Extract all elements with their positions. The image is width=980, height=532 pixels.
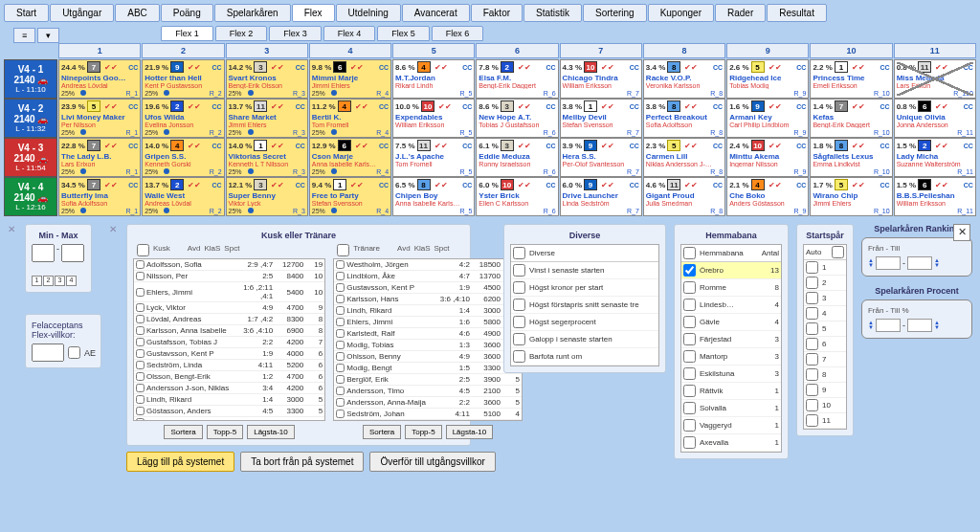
toolbar-btn-2[interactable]: ▾ [37,28,59,43]
hemma-option[interactable]: Örebro13 [681,262,781,279]
subnav-3[interactable]: Flex 4 [323,26,376,41]
horse-cell[interactable]: 0.8 %6✔✔CCUnique OliviaJonna AnderssonR_… [894,99,976,138]
nav-statistik[interactable]: Statistik [523,4,582,22]
horse-cell[interactable]: 9.4 %1✔✔CCFree to PartyStefan Svensson25… [309,177,391,216]
nav-utdelning[interactable]: Utdelning [336,4,401,22]
horse-cell[interactable]: 12.1 %3✔✔CCSuper BennyViktor Lyck25%R_3 [226,177,308,216]
horse-cell[interactable]: 1.6 %9✔✔CCArmani KeyCarl Philip Lindblom… [726,99,809,138]
min-input[interactable] [32,244,55,262]
toolbar-btn-1[interactable]: ≡ [13,28,35,43]
subnav-2[interactable]: Flex 3 [269,26,322,41]
horse-cell[interactable]: 13.7 %2✔✔CCWalle WestAndreas Lövdal25%R_… [142,177,224,216]
action-2[interactable]: Överför till utgångsvillkor [369,452,495,472]
btn-lägsta-10[interactable]: Lägsta-10 [247,425,295,439]
horse-cell[interactable]: 10.0 %10✔✔CCExpendablesWilliam ErikssonR… [392,99,475,138]
diverse-option[interactable]: Högst segerprocent [511,314,658,331]
nav-resultat[interactable]: Resultat [767,4,827,22]
table-row[interactable]: Karlsson, Hans3:6 ,4:1062007 [334,294,522,305]
startspar-row[interactable]: 8 [804,367,846,383]
auto-checkbox[interactable] [832,246,844,258]
nav-start[interactable]: Start [4,4,49,22]
hemma-option[interactable]: Mantorp3 [681,348,781,366]
nav-abc[interactable]: ABC [115,4,160,22]
spin-up-icon[interactable]: ▲▼ [868,321,874,330]
horse-cell[interactable]: 11.2 %4✔✔CCBertil K.Tom Fromell25%R_4 [309,99,391,138]
horse-cell[interactable]: 8.6 %3✔✔CCNew Hope A.T.Tobias J Gustafss… [476,99,558,138]
btn-sortera[interactable]: Sortera [363,425,401,439]
startspar-row[interactable]: 11 [804,413,846,429]
diverse-option[interactable]: Högst förstapris snitt senaste tre [511,297,658,314]
nav-spelarkåren[interactable]: Spelarkåren [214,4,291,22]
horse-cell[interactable]: 3.8 %1✔✔CCMellby DevilStefan SvenssonR_7 [560,99,642,138]
startspar-row[interactable]: 10 [804,398,846,413]
horse-cell[interactable]: 34.5 %7✔✔CCButterfly ImaSofia Adolfsson2… [58,177,141,216]
horse-cell[interactable]: 14.0 %4✔✔CCGripen S.S.Kenneth Gorski25%R… [142,138,224,177]
horse-cell[interactable]: 9.8 %6✔✔CCMimmi MarjeJimmi Ehlers25%R_4 [309,59,391,99]
horse-cell[interactable]: 6.1 %3✔✔CCEddie MeduzaRonny IsraelssonR_… [476,138,558,177]
btn-topp-5[interactable]: Topp-5 [207,425,243,439]
table-row[interactable]: Lindblom, Åke4:71370010 [334,271,522,282]
nav-utgångar[interactable]: Utgångar [50,4,114,22]
horse-cell[interactable]: 2.1 %4✔✔CCChe BokoAnders GöstassonR_9 [726,177,809,216]
startspar-row[interactable]: 4 [804,306,846,321]
table-row[interactable]: Modig, Tobias1:336006 [334,340,522,351]
table-row[interactable]: Gustavsson, Kent P1:9450010 [334,282,522,294]
table-row[interactable]: Ehlers, Jimmi1:6 ,2:11 ,4:1540010 [134,282,324,302]
horse-cell[interactable]: 2.6 %5✔✔CCRidgehead IceTobias ModigR_9 [726,59,809,99]
close-icon[interactable]: ✕ [953,224,970,241]
nav-kuponger[interactable]: Kuponger [648,4,714,22]
table-row[interactable]: Sedström, Linda4:1152006 [134,360,324,371]
table-row[interactable]: Andersson J-son, Niklas3:442006 [134,383,324,394]
max-input[interactable] [61,244,84,262]
table-row[interactable]: Ehlers, Jimmi1:658006 [334,317,522,328]
btn-lägsta-10[interactable]: Lägsta-10 [446,425,494,439]
hemma-option[interactable]: Rättvik1 [681,383,781,400]
minmax-4[interactable]: 4 [66,276,77,286]
minmax-1[interactable]: 1 [32,276,42,286]
horse-cell[interactable]: 7.8 %2✔✔CCElsa F.M.Bengt-Erik DaggertR_6 [476,59,558,99]
table-row[interactable]: Lindh, Rikard1:430006 [334,305,522,317]
table-row[interactable]: Göstasson, Anders4:533005 [134,406,324,417]
table-row[interactable]: Andersson, Timo4:521005 [334,386,522,397]
race-label[interactable]: V4 - 42140 🚗L - 12:16 [4,177,57,216]
horse-cell[interactable]: 2.4 %10✔✔CCMinttu AkemaIngemar NilssonR_… [726,138,809,177]
btn-sortera[interactable]: Sortera [164,425,202,439]
hemma-option[interactable]: Lindesberg4 [681,297,781,314]
horse-cell[interactable]: 3.8 %8✔✔CCPerfect BreakoutSofia Adolfsso… [643,99,725,138]
startspar-row[interactable]: 7 [804,352,846,367]
horse-cell[interactable]: 1.5 %2✔✔CCLady MichaSuzanne WalterströmR… [894,138,976,177]
spin-up-icon[interactable]: ▲▼ [868,258,874,268]
hemma-option[interactable]: Axevalla1 [681,434,781,452]
startspar-row[interactable]: 9 [804,383,846,398]
table-row[interactable]: Adolfsson, Sofia2:9 ,4:71270019 [134,259,324,271]
table-row[interactable]: Karlsson, Anna Isabelle3:6 ,4:1069008 [134,325,324,337]
diverse-option[interactable]: Högst kronor per start [511,279,658,297]
minmax-2[interactable]: 2 [43,276,54,286]
horse-cell[interactable]: 6.5 %8✔✔CCChipen BoyAnna Isabelle Karls…… [392,177,475,216]
action-0[interactable]: Lägg till på systemet [126,452,234,472]
horse-cell[interactable]: 3.4 %8✔✔CCRacke V.O.P.Veronika KarlssonR… [643,59,725,99]
panel-handle-2[interactable]: ✕ [109,224,119,234]
table-row[interactable]: Berglöf, Erik2:539005 [334,374,522,386]
horse-cell[interactable]: 2.3 %5✔✔CCCarmen LillNiklas Andersson J-… [643,138,725,177]
horse-cell[interactable]: 23.9 %5✔✔CCLivi Money MakerPer Nilsson25… [58,99,141,138]
startspar-row[interactable]: 6 [804,337,846,352]
horse-cell[interactable]: 4.6 %11✔✔CCGigant ProudJulia SmedmanR_8 [643,177,725,216]
hemma-option[interactable]: Romme8 [681,279,781,297]
tranare-checkbox[interactable] [337,244,349,256]
horse-cell[interactable]: 1.5 %6✔✔CCB.B.S.PelleshanWilliam Eriksso… [894,177,976,216]
table-row[interactable]: Andersson, Anna-Maija2:236005 [334,397,522,409]
hemma-option[interactable]: Gävle4 [681,314,781,331]
startspar-row[interactable]: 2 [804,276,846,291]
startspar-row[interactable]: 1 [804,260,846,276]
hemma-option[interactable]: Färjestad3 [681,331,781,348]
horse-cell[interactable]: 6.0 %10✔✔CCYster BrickEllen C KarlssonR_… [476,177,558,216]
table-row[interactable]: Modig, Bengt1:533006 [334,363,522,374]
table-row[interactable]: Ohlsson, Benny4:936006 [334,351,522,363]
hemma-option[interactable]: Vaggeryd1 [681,417,781,434]
horse-cell[interactable]: 2.2 %1✔✔CCPrincess TimeEmeli ErikssonR_1… [810,59,892,99]
table-row[interactable]: Modig, Tobias1:336005 [134,417,324,421]
startspar-row[interactable]: 3 [804,291,846,306]
horse-cell[interactable]: 1.7 %5✔✔CCWirano ChipJimmi EhlersR_10 [810,177,892,216]
table-row[interactable]: Lövdal, Andreas1:7 ,4:283008 [134,314,324,325]
